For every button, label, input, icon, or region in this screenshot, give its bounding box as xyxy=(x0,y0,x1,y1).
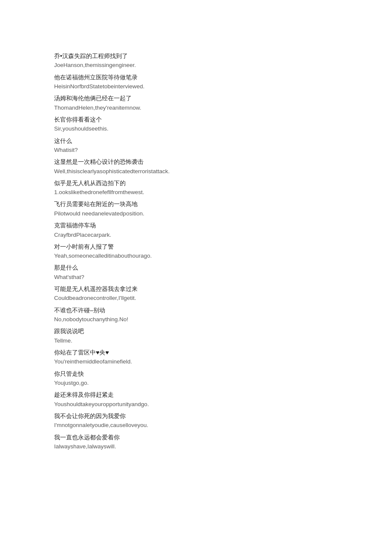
subtitle-pair: 不谁也不许碰–别动No,nobodytouchanything.No! xyxy=(54,305,338,324)
english-subtitle: Tellme. xyxy=(54,337,338,345)
chinese-subtitle: 长官你得看看这个 xyxy=(54,115,338,124)
chinese-subtitle: 克雷福德停车场 xyxy=(54,221,338,230)
english-subtitle: Whatisit? xyxy=(54,146,338,154)
subtitle-pair: 飞行员需要站在附近的一块高地Pilotwould needanelevatedp… xyxy=(54,199,338,218)
subtitle-pair: 我不会让你死的因为我爱你I'mnotgonnaletyoudie,causell… xyxy=(54,411,338,430)
subtitle-pair: 他在诺福德州立医院等待做笔录HeisinNorfbrdStatetobeinte… xyxy=(54,73,338,91)
english-subtitle: ThomandHelen,they'reanitemnow. xyxy=(54,104,338,112)
subtitle-pair: 可能是无人机遥控器我去拿过来Couldbeadronecontroller,I'… xyxy=(54,284,338,303)
english-subtitle: Ialwayshave,Ialwayswill. xyxy=(54,442,338,451)
subtitle-pair: 这显然是一次精心设计的恐怖袭击Well,thisisclearlyasophis… xyxy=(54,157,338,176)
subtitle-pair: 汤姆和海伦他俩已经在一起了ThomandHelen,they'reanitemn… xyxy=(54,93,338,112)
english-subtitle: Pilotwould needanelevatedposition. xyxy=(54,209,338,218)
chinese-subtitle: 飞行员需要站在附近的一块高地 xyxy=(54,199,338,209)
subtitle-pair: 趁还来得及你得赶紧走Youshouldtakeyouropportunityan… xyxy=(54,390,338,409)
subtitle-pair: 那是什么What'sthat? xyxy=(54,263,338,282)
subtitle-pair: 长官你得看看这个Sir,youshouldseethis. xyxy=(54,115,338,134)
subtitle-pair: 你站在了雷区中♥央♥You'reinthemiddleofaminefield. xyxy=(54,348,338,366)
chinese-subtitle: 这显然是一次精心设计的恐怖袭击 xyxy=(54,157,338,166)
english-subtitle: 1.ookslikethedronefefllfromthewest. xyxy=(54,188,338,197)
chinese-subtitle: 我不会让你死的因为我爱你 xyxy=(54,411,338,421)
subtitle-pair: 跟我说说吧Tellme. xyxy=(54,326,338,345)
english-subtitle: What'sthat? xyxy=(54,273,338,282)
chinese-subtitle: 那是什么 xyxy=(54,263,338,272)
subtitle-pair: 这什么Whatisit? xyxy=(54,136,338,155)
subtitle-pair: 我一直也永远都会爱着你Ialwayshave,Ialwayswill. xyxy=(54,433,338,451)
chinese-subtitle: 他在诺福德州立医院等待做笔录 xyxy=(54,73,338,82)
chinese-subtitle: 可能是无人机遥控器我去拿过来 xyxy=(54,284,338,293)
english-subtitle: Sir,youshouldseethis. xyxy=(54,125,338,133)
subtitle-pair: 乔•汉森失踪的工程师找到了JoeHanson,themissingenginee… xyxy=(54,51,338,70)
subtitle-list: 乔•汉森失踪的工程师找到了JoeHanson,themissingenginee… xyxy=(54,51,338,451)
english-subtitle: Youjustgo,go. xyxy=(54,379,338,387)
subtitle-pair: 对一小时前有人报了警Yeah,someonecalleditinabouthou… xyxy=(54,242,338,261)
chinese-subtitle: 这什么 xyxy=(54,136,338,145)
subtitle-pair: 你只管走快Youjustgo,go. xyxy=(54,369,338,388)
chinese-subtitle: 我一直也永远都会爱着你 xyxy=(54,433,338,442)
english-subtitle: HeisinNorfbrdStatetobeinterviewed. xyxy=(54,82,338,91)
english-subtitle: Yeah,someonecalleditinabouthourago. xyxy=(54,252,338,260)
chinese-subtitle: 对一小时前有人报了警 xyxy=(54,242,338,251)
subtitle-pair: 似乎是无人机从西边拍下的1.ookslikethedronefefllfromt… xyxy=(54,178,338,197)
english-subtitle: Well,thisisclearlyasophisticatedterroris… xyxy=(54,167,338,176)
english-subtitle: Youshouldtakeyouropportunityandgo. xyxy=(54,400,338,409)
chinese-subtitle: 你只管走快 xyxy=(54,369,338,378)
chinese-subtitle: 你站在了雷区中♥央♥ xyxy=(54,348,338,357)
chinese-subtitle: 不谁也不许碰–别动 xyxy=(54,305,338,315)
chinese-subtitle: 趁还来得及你得赶紧走 xyxy=(54,390,338,399)
english-subtitle: Couldbeadronecontroller,I'llgetit. xyxy=(54,294,338,302)
subtitle-pair: 克雷福德停车场CrayfbrdPlacecarpark. xyxy=(54,221,338,239)
chinese-subtitle: 似乎是无人机从西边拍下的 xyxy=(54,178,338,188)
english-subtitle: You'reinthemiddleofaminefield. xyxy=(54,357,338,366)
english-subtitle: CrayfbrdPlacecarpark. xyxy=(54,231,338,239)
english-subtitle: No,nobodytouchanything.No! xyxy=(54,315,338,324)
chinese-subtitle: 汤姆和海伦他俩已经在一起了 xyxy=(54,93,338,103)
chinese-subtitle: 乔•汉森失踪的工程师找到了 xyxy=(54,51,338,61)
chinese-subtitle: 跟我说说吧 xyxy=(54,326,338,336)
english-subtitle: I'mnotgonnaletyoudie,causelloveyou. xyxy=(54,421,338,430)
english-subtitle: JoeHanson,themissingengineer. xyxy=(54,61,338,70)
